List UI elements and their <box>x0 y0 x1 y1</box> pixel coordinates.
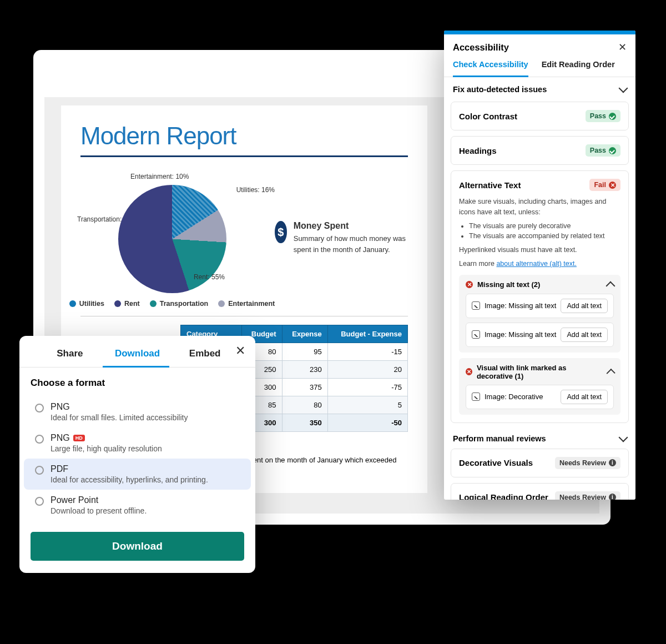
missing-alt-group: ✕Missing alt text (2) Image: Missing alt… <box>459 275 620 353</box>
chart-legend: Utilities Rent Transportation Entertainm… <box>80 300 264 308</box>
chevron-up-icon <box>606 281 615 290</box>
radio-icon <box>35 466 44 475</box>
tab-share[interactable]: Share <box>36 346 104 367</box>
auto-issues-header[interactable]: Fix auto-detected issues <box>444 77 635 102</box>
chevron-down-icon <box>619 432 628 442</box>
learn-more-link[interactable]: about alternative (alt) text. <box>496 260 577 268</box>
image-icon <box>472 330 480 339</box>
alt-issue-item: Image: Missing alt textAdd alt text <box>466 323 614 347</box>
x-icon: ✕ <box>609 182 616 189</box>
radio-icon <box>35 497 44 506</box>
check-icon <box>609 147 616 154</box>
tab-edit-reading-order[interactable]: Edit Reading Order <box>542 60 615 77</box>
close-icon[interactable]: ✕ <box>618 41 627 53</box>
status-badge: Pass <box>586 110 620 122</box>
hd-badge: HD <box>73 435 85 441</box>
dollar-icon: $ <box>275 221 287 243</box>
card-alternative-text: Alternative TextFail✕ Make sure visuals,… <box>451 170 629 423</box>
status-badge: Pass <box>586 144 620 157</box>
decorative-link-group: ✕Visual with link marked as decorative (… <box>459 358 620 415</box>
tab-download[interactable]: Download <box>104 346 171 367</box>
radio-icon <box>35 435 44 444</box>
pie-chart: Entertainment: 10% Utilities: 16% Transp… <box>80 168 264 308</box>
chevron-up-icon <box>606 368 615 377</box>
x-icon: ✕ <box>466 368 472 375</box>
tab-check-accessibility[interactable]: Check Accessibility <box>453 60 528 77</box>
info-icon: i <box>609 494 616 500</box>
accessibility-panel: Accessibility ✕ Check Accessibility Edit… <box>444 31 635 500</box>
money-spent-callout: $ Money Spent Summary of how much money … <box>275 221 408 255</box>
alt-issue-item: Image: DecorativeAdd alt text <box>466 385 614 409</box>
status-badge: Needs Reviewi <box>555 491 620 500</box>
report-title: Modern Report <box>80 122 408 150</box>
check-icon <box>609 113 616 120</box>
status-badge: Fail✕ <box>589 179 620 191</box>
card-headings[interactable]: HeadingsPass <box>451 136 629 165</box>
radio-icon <box>35 404 44 412</box>
tab-embed[interactable]: Embed <box>171 346 239 367</box>
card-color-contrast[interactable]: Color ContrastPass <box>451 102 629 130</box>
format-heading: Choose a format <box>19 368 255 396</box>
card-decorative-visuals[interactable]: Decorative VisualsNeeds Reviewi <box>451 449 629 477</box>
status-badge: Needs Reviewi <box>555 457 620 469</box>
card-logical-reading-order[interactable]: Logical Reading OrderNeeds Reviewi <box>451 483 629 500</box>
option-png[interactable]: PNGIdeal for small files. Limited access… <box>24 396 251 427</box>
download-modal: ✕ Share Download Embed Choose a format P… <box>19 336 255 573</box>
x-icon: ✕ <box>466 281 473 288</box>
add-alt-text-button[interactable]: Add alt text <box>561 390 608 404</box>
manual-reviews-header[interactable]: Perform manual reviews <box>451 429 629 449</box>
option-png-hd[interactable]: PNGHDLarge file, high quality resolution <box>24 427 251 459</box>
image-icon <box>472 393 480 401</box>
chevron-down-icon <box>619 84 628 93</box>
add-alt-text-button[interactable]: Add alt text <box>561 299 608 313</box>
option-pdf[interactable]: PDFIdeal for accessibility, hyperlinks, … <box>24 459 251 490</box>
image-icon <box>472 301 480 310</box>
alt-issue-item: Image: Missing alt textAdd alt text <box>466 294 614 318</box>
divider <box>80 155 408 157</box>
info-icon: i <box>609 459 616 466</box>
download-button[interactable]: Download <box>31 532 244 561</box>
option-powerpoint[interactable]: Power PointDownload to present offline. <box>24 490 251 521</box>
add-alt-text-button[interactable]: Add alt text <box>561 328 608 342</box>
panel-title: Accessibility <box>453 42 509 53</box>
